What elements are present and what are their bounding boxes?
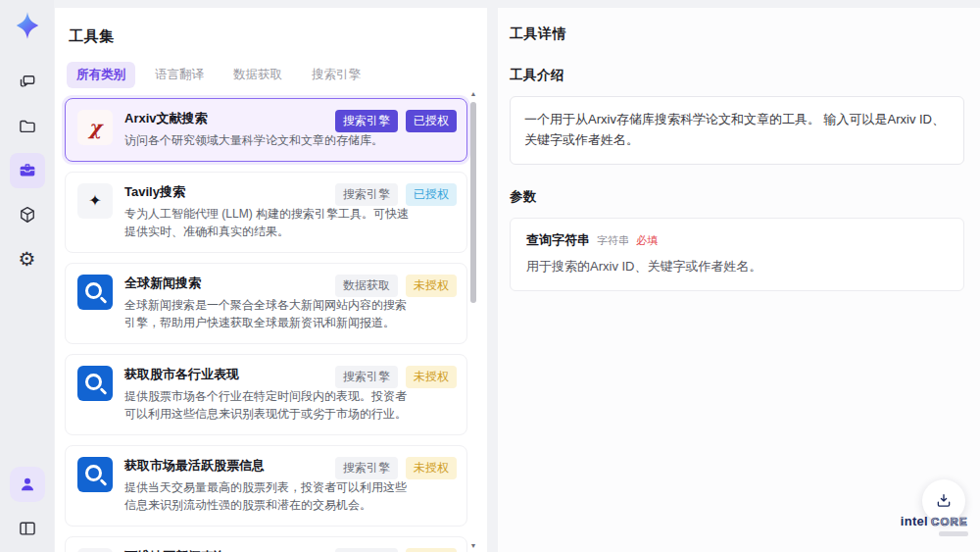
tool-details-panel: 工具详情 工具介绍 一个用于从Arxiv存储库搜索科学论文和文章的工具。 输入可… xyxy=(498,8,980,552)
param-card: 查询字符串 字符串 必填 用于搜索的Arxiv ID、关键字或作者姓名。 xyxy=(510,218,964,291)
tool-icon: ✦ xyxy=(77,183,113,219)
tool-description: 提供当天交易量最高的股票列表，投资者可以利用这些信息来识别流动性强的股票和潜在的… xyxy=(124,478,411,515)
tool-badges: 搜索引擎 未授权 xyxy=(335,366,457,388)
panel-layout-icon xyxy=(18,519,37,538)
scrollbar-down-arrow-icon[interactable]: ▼ xyxy=(468,542,478,550)
category-badge: 搜索引擎 xyxy=(335,366,398,388)
scrollbar-up-arrow-icon[interactable]: ▲ xyxy=(468,90,478,98)
category-tab-label: 所有类别 xyxy=(76,68,125,81)
auth-status-badge: 已授权 xyxy=(406,183,457,206)
param-description: 用于搜索的Arxiv ID、关键字或作者姓名。 xyxy=(526,258,948,276)
param-name: 查询字符串 xyxy=(526,231,590,249)
tool-description: 提供股票市场各个行业在特定时间段内的表现。投资者可以利用这些信息来识别表现优于或… xyxy=(124,387,411,424)
category-tab-label: 语言翻译 xyxy=(155,68,204,81)
category-badge: 数据获取 xyxy=(335,275,398,297)
auth-status-badge: 未授权 xyxy=(406,366,457,388)
category-tab-label: 搜索引擎 xyxy=(312,68,361,81)
tool-icon: ▤ xyxy=(77,548,113,552)
brand-core-label: CORE xyxy=(931,516,968,527)
auth-status-badge: 未授权 xyxy=(406,457,457,479)
brand-badge: intelCORE xyxy=(901,514,968,536)
details-title: 工具详情 xyxy=(510,25,964,43)
sidebar-item-chat[interactable] xyxy=(10,65,45,100)
brand-intel-label: intel xyxy=(901,514,928,528)
sidebar-bottom xyxy=(10,467,45,552)
sidebar-item-toolbox[interactable] xyxy=(10,153,45,188)
list-scrollbar[interactable]: ▲ ▼ xyxy=(468,90,478,550)
param-head: 查询字符串 字符串 必填 xyxy=(526,231,948,249)
tool-icon xyxy=(77,366,113,401)
tool-icon xyxy=(77,275,113,310)
folder-icon xyxy=(18,117,37,136)
scrollbar-thumb[interactable] xyxy=(470,102,476,303)
cube-icon xyxy=(18,205,37,225)
tool-icon: χ xyxy=(77,110,113,145)
tool-list-item[interactable]: ✦ Tavily搜索 专为人工智能代理 (LLM) 构建的搜索引擎工具。可快速提… xyxy=(65,172,467,253)
tool-list-item[interactable]: 获取市场最活跃股票信息 提供当天交易量最高的股票列表，投资者可以利用这些信息来识… xyxy=(65,445,467,527)
category-badge: 搜索引擎 xyxy=(335,548,398,552)
tool-list: χ Arxiv文献搜索 访问各个研究领域大量科学论文和文章的存储库。 搜索引擎 … xyxy=(55,98,487,552)
tool-badges: 搜索引擎 未授权 xyxy=(335,457,457,479)
app-logo-icon xyxy=(13,10,42,41)
tool-description: 全球新闻搜索是一个聚合全球各大新闻网站内容的搜索引擎，帮助用户快速获取全球最新资… xyxy=(124,296,411,332)
category-badge: 搜索引擎 xyxy=(335,457,398,479)
tool-badges: 搜索引擎 已授权 xyxy=(335,183,457,206)
toolbox-icon xyxy=(18,161,37,180)
auth-status-badge: 已授权 xyxy=(406,110,457,132)
tools-panel: 工具集 所有类别 语言翻译 数据获取 搜索引擎 χ Arxiv文献搜索 访问各个… xyxy=(55,8,487,552)
tool-list-item[interactable]: 获取股市各行业表现 提供股票市场各个行业在特定时间段内的表现。投资者可以利用这些… xyxy=(65,354,467,435)
download-icon xyxy=(935,492,953,510)
category-tab[interactable]: 所有类别 xyxy=(67,62,135,88)
chat-icon xyxy=(18,73,37,92)
category-tabs: 所有类别 语言翻译 数据获取 搜索引擎 xyxy=(67,62,487,88)
category-tab[interactable]: 数据获取 xyxy=(223,62,292,88)
tool-list-item[interactable]: χ Arxiv文献搜索 访问各个研究领域大量科学论文和文章的存储库。 搜索引擎 … xyxy=(65,98,467,162)
tool-badges: 搜索引擎 已授权 xyxy=(335,110,457,132)
category-badge: 搜索引擎 xyxy=(335,110,398,132)
tool-list-item[interactable]: ▤ 万维地区新闻查询 查询具体行政区划内的新闻，快速了解各地新闻动 搜索引擎 未… xyxy=(65,536,467,552)
auth-status-badge: 未授权 xyxy=(406,548,457,552)
intro-text-box: 一个用于从Arxiv存储库搜索科学论文和文章的工具。 输入可以是Arxiv ID… xyxy=(510,96,964,165)
param-type: 字符串 xyxy=(597,233,629,248)
category-tab-label: 数据获取 xyxy=(233,68,282,81)
intro-heading: 工具介绍 xyxy=(510,67,964,84)
page-title: 工具集 xyxy=(69,27,487,46)
sidebar-item-files[interactable] xyxy=(10,109,45,144)
tool-description: 访问各个研究领域大量科学论文和文章的存储库。 xyxy=(124,131,411,150)
brand-subtext-bar xyxy=(939,531,968,536)
tool-badges: 搜索引擎 未授权 xyxy=(335,548,457,552)
tool-badges: 数据获取 未授权 xyxy=(335,275,457,297)
sidebar-item-settings[interactable]: ⚙ xyxy=(10,241,45,276)
params-list: 查询字符串 字符串 必填 用于搜索的Arxiv ID、关键字或作者姓名。 xyxy=(510,218,964,291)
user-icon xyxy=(18,475,37,494)
sidebar-item-user[interactable] xyxy=(10,467,45,502)
param-required-flag: 必填 xyxy=(636,233,658,248)
auth-status-badge: 未授权 xyxy=(406,275,457,297)
gear-icon: ⚙ xyxy=(19,249,36,269)
tool-list-item[interactable]: 全球新闻搜索 全球新闻搜索是一个聚合全球各大新闻网站内容的搜索引擎，帮助用户快速… xyxy=(65,263,467,344)
category-tab[interactable]: 搜索引擎 xyxy=(302,62,370,88)
category-tab[interactable]: 语言翻译 xyxy=(145,62,214,88)
sidebar-item-panel-toggle[interactable] xyxy=(10,511,45,546)
category-badge: 搜索引擎 xyxy=(335,183,398,206)
app-sidebar: ⚙ xyxy=(0,0,54,552)
params-heading: 参数 xyxy=(510,188,964,206)
tool-icon xyxy=(77,457,113,492)
tool-description: 专为人工智能代理 (LLM) 构建的搜索引擎工具。可快速提供实时、准确和真实的结… xyxy=(124,205,411,241)
sidebar-item-packages[interactable] xyxy=(10,197,45,232)
